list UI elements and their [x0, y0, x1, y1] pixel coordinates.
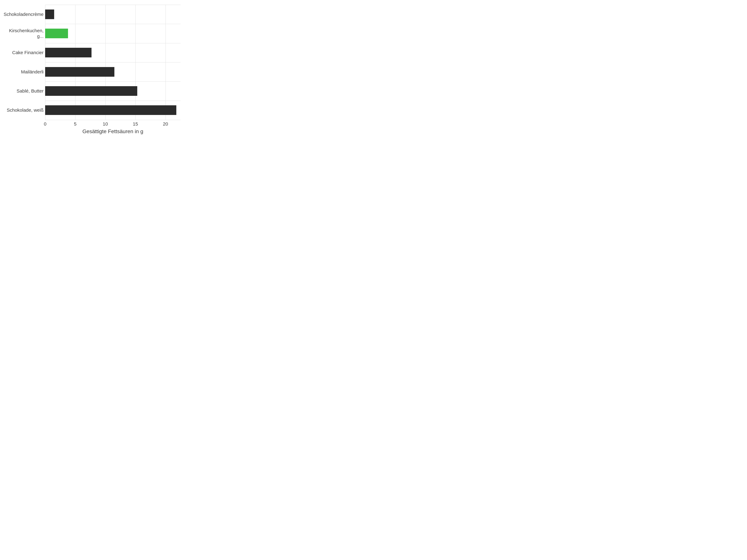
grid-line-horizontal: [45, 5, 181, 5]
bar: [45, 67, 114, 77]
y-tick-label: Schokoladencrème: [2, 11, 44, 17]
grid-line-horizontal: [45, 120, 181, 120]
x-axis-title: Gesättigte Fettsäuren in g: [45, 128, 181, 134]
x-tick-label: 10: [103, 121, 108, 127]
bar: [45, 29, 68, 38]
x-tick-label: 20: [163, 121, 168, 127]
bar: [45, 105, 176, 115]
y-tick-label: Kirschenkuchen, g...: [2, 28, 44, 39]
bar-chart: Gesättigte Fettsäuren in g 05101520Schok…: [0, 0, 187, 140]
y-tick-label: Cake Financier: [2, 50, 44, 55]
x-tick-label: 15: [133, 121, 138, 127]
x-tick-label: 0: [44, 121, 47, 127]
y-tick-label: Schokolade, weiß: [2, 107, 44, 113]
bar: [45, 86, 137, 96]
grid-line-horizontal: [45, 62, 181, 62]
grid-line-horizontal: [45, 81, 181, 82]
grid-line-horizontal: [45, 101, 181, 101]
grid-line-horizontal: [45, 43, 181, 44]
y-tick-label: Mailänderli: [2, 69, 44, 75]
y-tick-label: Sablé, Butter: [2, 88, 44, 94]
plot-area: [45, 5, 181, 120]
x-tick-label: 5: [74, 121, 77, 127]
bar: [45, 9, 54, 19]
bar: [45, 48, 92, 57]
